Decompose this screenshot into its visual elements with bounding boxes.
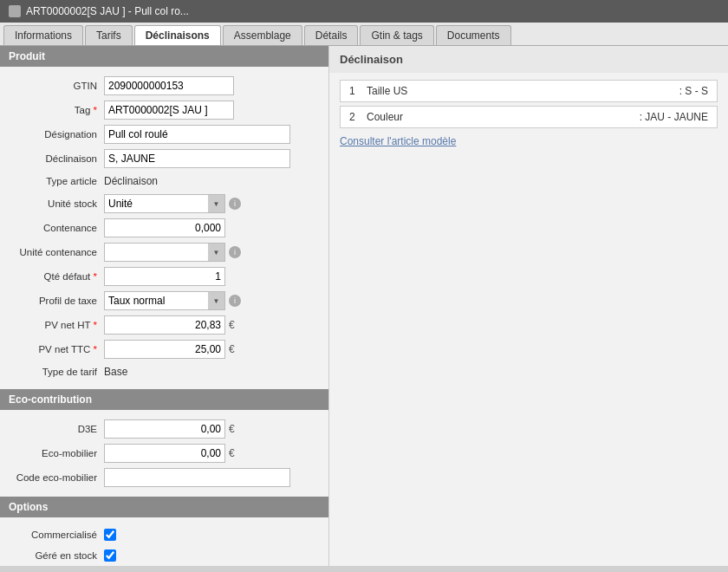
code-eco-row: Code eco-mobilier (0, 465, 328, 490)
unite-stock-select-wrapper: Unité ▼ (104, 194, 225, 213)
declinaison-input[interactable] (104, 149, 290, 168)
commercialise-checkbox-wrapper (104, 529, 116, 541)
options-section-header: Options (0, 497, 328, 517)
d3e-input[interactable] (104, 419, 225, 439)
unite-stock-row: Unité stock Unité ▼ i (0, 192, 328, 216)
declination-table: 1 Taille US : S - S 2 Couleur : JAU - JA… (340, 80, 718, 128)
declination-value-1: : S - S (679, 85, 708, 97)
tab-declinaisons[interactable]: Déclinaisons (134, 25, 221, 45)
unite-contenance-select[interactable] (104, 243, 225, 262)
profil-taxe-select[interactable]: Taux normal (104, 291, 225, 310)
eco-section-body: D3E € Eco-mobilier € Code eco-mobilier (0, 410, 328, 497)
pv-net-ttc-euro: € (229, 343, 235, 355)
type-tarif-row: Type de tarif Base (0, 361, 328, 382)
declination-value-2: : JAU - JAUNE (640, 111, 708, 123)
pv-net-ttc-input[interactable] (104, 340, 225, 359)
pv-net-ttc-row: PV net TTC € (0, 337, 328, 361)
gere-stock-label: Géré en stock (9, 550, 104, 561)
tag-input[interactable] (104, 101, 234, 120)
unite-contenance-select-wrapper: ▼ (104, 243, 225, 262)
declination-num-1: 1 (349, 85, 367, 97)
type-article-label: Type article (9, 176, 104, 186)
window-title: ART0000002[S JAU ] - Pull col ro... (26, 5, 189, 17)
unite-stock-label: Unité stock (9, 198, 104, 209)
main-content: Produit GTIN Tag Désignation Déclinaison… (0, 46, 728, 566)
unite-contenance-info-icon[interactable]: i (229, 246, 241, 258)
commercialise-row: Commercialisé (0, 524, 328, 545)
declination-num-2: 2 (349, 111, 367, 123)
type-tarif-label: Type de tarif (9, 367, 104, 377)
right-panel: Déclinaison 1 Taille US : S - S 2 Couleu… (329, 46, 728, 566)
gtin-row: GTIN (0, 74, 328, 98)
tab-bar: Informations Tarifs Déclinaisons Assembl… (0, 23, 728, 46)
tab-tarifs[interactable]: Tarifs (85, 25, 133, 45)
gere-stock-checkbox[interactable] (104, 549, 116, 562)
profil-taxe-row: Profil de taxe Taux normal ▼ i (0, 289, 328, 313)
tab-informations[interactable]: Informations (3, 25, 83, 45)
contenance-row: Contenance (0, 216, 328, 240)
type-article-row: Type article Déclinaison (0, 171, 328, 192)
eco-mobilier-input[interactable] (104, 444, 225, 463)
eco-mobilier-euro: € (229, 447, 235, 459)
declinaison-header: Déclinaison (329, 46, 728, 73)
tab-gtin-tags[interactable]: Gtin & tags (360, 25, 433, 45)
commercialise-checkbox[interactable] (104, 529, 116, 541)
type-article-value: Déclinaison (104, 175, 158, 187)
consult-link[interactable]: Consulter l'article modèle (340, 135, 718, 147)
pv-net-ttc-label: PV net TTC (9, 344, 104, 354)
document-icon (9, 5, 21, 17)
gtin-input[interactable] (104, 76, 234, 95)
profil-taxe-info-icon[interactable]: i (229, 295, 241, 307)
title-bar: ART0000002[S JAU ] - Pull col ro... (0, 0, 728, 23)
code-eco-label: Code eco-mobilier (9, 472, 104, 483)
designation-row: Désignation (0, 122, 328, 146)
eco-section-header: Eco-contribution (0, 389, 328, 410)
profil-taxe-select-wrapper: Taux normal ▼ (104, 291, 225, 310)
commercialise-label: Commercialisé (9, 530, 104, 540)
qte-defaut-row: Qté défaut (0, 264, 328, 289)
unite-contenance-label: Unité contenance (9, 247, 104, 257)
declination-name-1: Taille US (367, 85, 679, 97)
eco-mobilier-row: Eco-mobilier € (0, 441, 328, 465)
unite-stock-select[interactable]: Unité (104, 194, 225, 213)
d3e-row: D3E € (0, 417, 328, 441)
type-tarif-value: Base (104, 366, 127, 378)
left-panel: Produit GTIN Tag Désignation Déclinaison… (0, 46, 329, 566)
code-eco-input[interactable] (104, 468, 290, 487)
gtin-label: GTIN (9, 81, 104, 91)
pv-net-ht-label: PV net HT (9, 320, 104, 330)
qte-defaut-label: Qté défaut (9, 271, 104, 282)
eco-mobilier-label: Eco-mobilier (9, 448, 104, 458)
tab-details[interactable]: Détails (304, 25, 359, 45)
designation-input[interactable] (104, 125, 290, 144)
tab-assemblage[interactable]: Assemblage (223, 25, 302, 45)
contenance-input[interactable] (104, 218, 225, 237)
pv-net-ht-input[interactable] (104, 315, 225, 335)
pv-net-ht-euro: € (229, 319, 235, 331)
gere-stock-row: Géré en stock (0, 545, 328, 566)
declinaison-row: Déclinaison (0, 146, 328, 171)
qte-defaut-input[interactable] (104, 267, 225, 286)
gere-stock-checkbox-wrapper (104, 549, 116, 562)
d3e-label: D3E (9, 424, 104, 434)
declination-row-1: 1 Taille US : S - S (340, 80, 718, 102)
contenance-label: Contenance (9, 223, 104, 233)
pv-net-ht-row: PV net HT € (0, 313, 328, 337)
declination-row-2: 2 Couleur : JAU - JAUNE (340, 106, 718, 128)
produit-section-body: GTIN Tag Désignation Déclinaison Type ar… (0, 67, 328, 389)
declinaison-label: Déclinaison (9, 153, 104, 164)
unite-contenance-row: Unité contenance ▼ i (0, 240, 328, 264)
options-section-body: Commercialisé Géré en stock (0, 517, 328, 566)
tag-label: Tag (9, 105, 104, 115)
declination-name-2: Couleur (367, 111, 640, 123)
tab-documents[interactable]: Documents (436, 25, 511, 45)
unite-stock-info-icon[interactable]: i (229, 198, 241, 210)
tag-row: Tag (0, 98, 328, 122)
profil-taxe-label: Profil de taxe (9, 296, 104, 306)
designation-label: Désignation (9, 129, 104, 140)
produit-section-header: Produit (0, 46, 328, 67)
d3e-euro: € (229, 423, 235, 435)
